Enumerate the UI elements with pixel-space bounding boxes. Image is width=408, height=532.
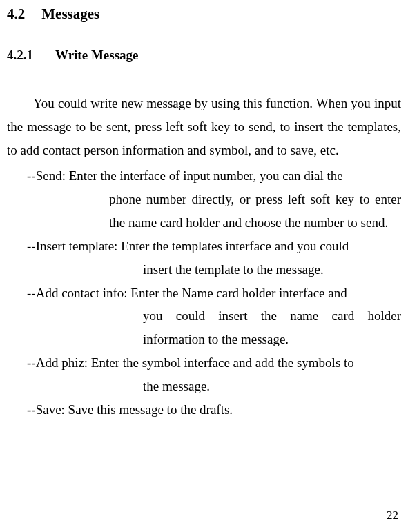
list-item-text: --Send: Enter the interface of input num… [27, 168, 343, 183]
list-item-text: --Add phiz: Enter the symbol interface a… [27, 355, 354, 370]
list-item-continuation: you could insert the name card holder in… [27, 304, 401, 351]
option-list: --Send: Enter the interface of input num… [7, 164, 401, 421]
list-item-continuation: the message. [27, 375, 401, 398]
section-number: 4.2 [7, 6, 25, 23]
list-item-continuation: phone number directly, or press left sof… [27, 188, 401, 235]
list-item-text: --Add contact info: Enter the Name card … [27, 286, 347, 300]
page-number: 22 [387, 509, 398, 522]
list-item-save: --Save: Save this message to the drafts. [7, 398, 401, 422]
list-item-add-contact: --Add contact info: Enter the Name card … [7, 282, 401, 351]
section-title: Messages [41, 6, 99, 22]
list-item-continuation: insert the template to the message. [27, 258, 401, 282]
list-item-text: --Save: Save this message to the drafts. [27, 402, 233, 417]
list-item-insert-template: --Insert template: Enter the templates i… [7, 235, 401, 282]
intro-paragraph: You could write new message by using thi… [7, 92, 401, 161]
subsection-title: Write Message [55, 48, 138, 62]
list-item-text: --Insert template: Enter the templates i… [27, 239, 349, 253]
list-item-add-phiz: --Add phiz: Enter the symbol interface a… [7, 351, 401, 398]
section-heading: 4.2Messages [7, 6, 401, 23]
subsection-heading: 4.2.1Write Message [7, 48, 401, 63]
subsection-number: 4.2.1 [7, 48, 33, 63]
list-item-send: --Send: Enter the interface of input num… [7, 164, 401, 234]
